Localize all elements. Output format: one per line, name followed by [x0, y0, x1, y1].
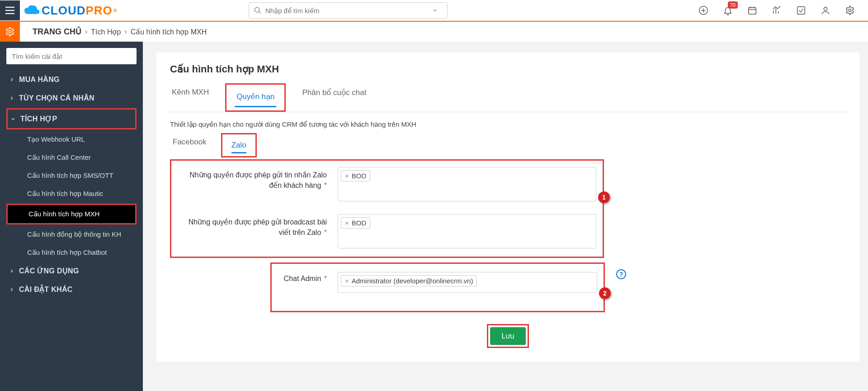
breadcrumb: TRANG CHỦ › Tích Hợp › Cấu hình tích hợp…: [33, 27, 207, 37]
notification-badge: 70: [728, 1, 738, 9]
tab-kenh-mxh[interactable]: Kênh MXH: [170, 83, 211, 112]
chevron-right-icon: ›: [124, 28, 127, 36]
svg-rect-15: [797, 7, 805, 14]
sidebar-item-cac-ung-dung[interactable]: CÁC ỨNG DỤNG: [6, 262, 137, 280]
sidebar-sub-mxh[interactable]: Cấu hình tích hợp MXH: [8, 205, 135, 223]
sidebar-sub-label: Cấu hình tích hợp SMS/OTT: [27, 172, 113, 179]
chevron-right-icon: [9, 95, 14, 101]
sidebar-sub-label: Cấu hình đồng bộ thông tin KH: [27, 230, 121, 238]
calendar-icon[interactable]: [747, 5, 758, 16]
sidebar-item-mua-hang[interactable]: MUA HÀNG: [6, 71, 137, 89]
sidebar-item-label: TÍCH HỢP: [20, 114, 57, 123]
tab-description: Thiết lập quyền hạn cho người dùng CRM đ…: [170, 120, 846, 129]
sidebar-sub-label: Cấu hình tích hợp MXH: [28, 210, 99, 218]
send-message-roles-input[interactable]: ×BOD: [338, 167, 596, 201]
logo[interactable]: CLOUDPRO®: [24, 4, 118, 18]
tasks-icon[interactable]: [796, 5, 807, 16]
sidebar-search-input[interactable]: [6, 48, 137, 64]
search-icon: [254, 6, 262, 14]
sidebar-sub-webhook[interactable]: Tạo Webhook URL: [6, 130, 137, 148]
svg-point-17: [849, 9, 851, 12]
breadcrumb-level-1[interactable]: Tích Hợp: [91, 28, 121, 36]
sidebar-sub-sms-ott[interactable]: Cấu hình tích hợp SMS/OTT: [6, 167, 137, 185]
channel-subtabs: Facebook Zalo: [170, 133, 846, 157]
role-tag[interactable]: ×BOD: [341, 217, 370, 229]
tag-label: BOD: [352, 172, 367, 180]
logo-reg: ®: [113, 8, 118, 13]
sidebar-item-label: CÁC ỨNG DỤNG: [19, 267, 79, 275]
sidebar-sub-dong-bo-kh[interactable]: Cấu hình đồng bộ thông tin KH: [6, 225, 137, 243]
tag-label: BOD: [352, 219, 367, 227]
remove-tag-icon[interactable]: ×: [345, 277, 349, 285]
save-button[interactable]: Lưu: [490, 327, 526, 345]
chevron-right-icon: [9, 287, 14, 292]
hamburger-menu[interactable]: [0, 0, 20, 20]
sidebar-sub-label: Cấu hình tích hợp Mautic: [27, 190, 103, 197]
chevron-down-icon[interactable]: [431, 7, 439, 14]
tab-quyen-han[interactable]: Quyền hạn: [235, 87, 276, 107]
subtab-facebook[interactable]: Facebook: [170, 133, 209, 157]
cloud-icon: [24, 4, 40, 17]
breadcrumb-home[interactable]: TRANG CHỦ: [33, 27, 81, 37]
chevron-down-icon: [10, 116, 16, 122]
subtab-label: Zalo: [231, 141, 246, 149]
sidebar-sub-label: Cấu hình Call Center: [27, 153, 91, 161]
field-label-send-message: Những quyền được phép gửi tin nhắn Zalo …: [178, 167, 327, 191]
add-icon[interactable]: [698, 5, 709, 16]
notifications-icon[interactable]: 70: [722, 5, 733, 16]
svg-point-3: [255, 7, 259, 12]
analytics-icon[interactable]: [771, 5, 782, 16]
permissions-group: Những quyền được phép gửi tin nhắn Zalo …: [170, 159, 604, 258]
remove-tag-icon[interactable]: ×: [345, 219, 349, 227]
page-title: Cấu hình tích hợp MXH: [170, 63, 846, 75]
field-label-broadcast: Những quyền được phép gửi broadcast bài …: [178, 214, 327, 238]
sidebar-item-label: CÀI ĐẶT KHÁC: [19, 285, 73, 294]
global-search-input[interactable]: [265, 7, 427, 14]
svg-rect-8: [749, 8, 756, 14]
help-icon[interactable]: ?: [616, 269, 626, 279]
sidebar-item-tuy-chon-ca-nhan[interactable]: TÙY CHỌN CÁ NHÂN: [6, 89, 137, 107]
tab-label: Kênh MXH: [172, 88, 209, 96]
chat-admin-group: Chat Admin * ×Administrator (developer@o…: [270, 262, 605, 312]
subtab-label: Facebook: [173, 138, 207, 146]
sidebar-sub-mautic[interactable]: Cấu hình tích hợp Mautic: [6, 185, 137, 203]
sidebar-item-label: MUA HÀNG: [19, 76, 60, 84]
tab-phan-bo-chat[interactable]: Phân bổ cuộc chat: [300, 83, 368, 112]
settings-sidebar: MUA HÀNG TÙY CHỌN CÁ NHÂN TÍCH HỢP Tạo W…: [0, 42, 143, 391]
field-label-chat-admin: Chat Admin *: [278, 272, 327, 283]
remove-tag-icon[interactable]: ×: [345, 172, 349, 180]
sidebar-item-label: TÙY CHỌN CÁ NHÂN: [19, 94, 94, 102]
user-tag[interactable]: ×Administrator (developer@onlinecrm.vn): [341, 275, 477, 286]
svg-point-18: [9, 30, 11, 33]
global-search[interactable]: [249, 2, 448, 19]
save-highlight: Lưu: [487, 324, 529, 348]
broadcast-roles-input[interactable]: ×BOD: [338, 214, 596, 248]
sidebar-item-cai-dat-khac[interactable]: CÀI ĐẶT KHÁC: [6, 280, 137, 299]
tag-label: Administrator (developer@onlinecrm.vn): [352, 277, 473, 285]
role-tag[interactable]: ×BOD: [341, 170, 370, 181]
svg-line-4: [259, 11, 261, 14]
settings-card: Cấu hình tích hợp MXH Kênh MXH Quyền hạn…: [156, 52, 859, 362]
logo-text-pro: PRO: [85, 4, 112, 18]
svg-point-16: [824, 7, 827, 10]
tab-label: Phân bổ cuộc chat: [302, 88, 366, 97]
chevron-right-icon: [9, 77, 14, 82]
top-bar: CLOUDPRO® 70: [0, 0, 868, 22]
main-area: Cấu hình tích hợp MXH Kênh MXH Quyền hạn…: [143, 42, 868, 391]
settings-gear-icon[interactable]: [844, 5, 855, 16]
subtab-zalo[interactable]: Zalo: [229, 136, 249, 154]
callout-2: 2: [599, 287, 611, 299]
sidebar-sub-call-center[interactable]: Cấu hình Call Center: [6, 148, 137, 167]
breadcrumb-level-2: Cấu hình tích hợp MXH: [131, 28, 207, 36]
chevron-right-icon: ›: [85, 28, 87, 36]
sidebar-sub-chatbot[interactable]: Cấu hình tích hợp Chatbot: [6, 243, 137, 262]
settings-home-icon[interactable]: [0, 22, 20, 42]
breadcrumb-bar: TRANG CHỦ › Tích Hợp › Cấu hình tích hợp…: [0, 22, 868, 42]
sidebar-item-tich-hop[interactable]: TÍCH HỢP: [8, 110, 135, 128]
chat-admin-input[interactable]: ×Administrator (developer@onlinecrm.vn): [338, 272, 597, 293]
callout-1: 1: [598, 191, 610, 203]
chevron-right-icon: [9, 268, 14, 274]
profile-icon[interactable]: [820, 5, 831, 16]
main-tabs: Kênh MXH Quyền hạn Phân bổ cuộc chat: [170, 83, 846, 112]
sidebar-sub-label: Cấu hình tích hợp Chatbot: [27, 248, 107, 256]
